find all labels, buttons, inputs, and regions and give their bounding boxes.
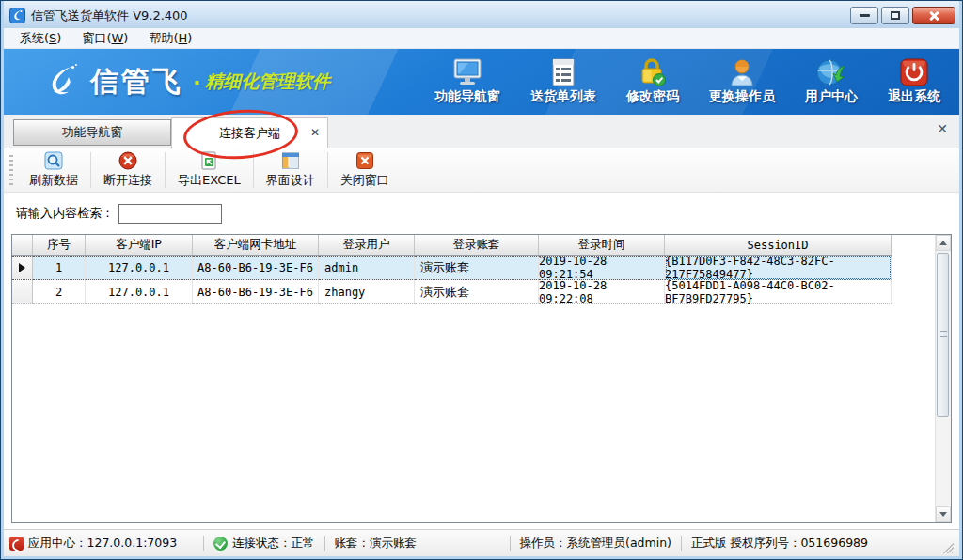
cell-session-id[interactable]: {B117D0F3-F842-48C3-82FC-217F75849477} [665,256,892,280]
table-filler [892,235,935,522]
user-icon [728,58,756,86]
banner-action-label: 送货单列表 [530,88,596,105]
app-window: 信管飞送货单软件 V9.2.400 系统(S) 窗口(W) 帮助(H) 信管飞 … [0,0,963,560]
window-controls [850,7,955,24]
header-session-id[interactable]: SessionID [665,235,892,255]
status-operator: 操作员：系统管理员(admin) [520,536,671,552]
tabstrip-close-icon[interactable]: ✕ [937,121,948,136]
ui-design-icon [281,151,300,170]
table-row[interactable]: 1 127.0.0.1 A8-60-B6-19-3E-F6 admin 演示账套… [12,256,892,280]
close-icon [928,11,939,21]
banner-action-label: 更换操作员 [709,88,775,105]
clients-table: 序号 客户端IP 客户端网卡地址 登录用户 登录账套 登录时间 SessionI… [11,234,952,523]
banner-action-delivery-list[interactable]: 送货单列表 [530,58,596,105]
cell-session-id[interactable]: {5014FDD1-A098-44C0-BC02-BF7B9FD27795} [665,280,892,304]
disconnect-button[interactable]: 断开连接 [91,149,165,191]
header-no[interactable]: 序号 [33,235,86,255]
current-row-icon [19,263,25,272]
brand-banner: 信管飞 · 精细化管理软件 功能导航窗 [4,49,959,115]
refresh-search-icon [44,151,63,170]
menu-bar: 系统(S) 窗口(W) 帮助(H) [4,28,959,49]
close-window-button[interactable]: 关闭窗口 [328,149,402,191]
banner-action-change-password[interactable]: 修改密码 [626,58,679,105]
export-excel-button[interactable]: 导出EXCEL [166,149,253,191]
row-selector-cell[interactable] [12,256,33,280]
content-panel: 刷新数据 断开连接 导出EXCEL [4,148,959,556]
cell-account-set[interactable]: 演示账套 [415,280,539,304]
resize-grip[interactable] [941,541,954,553]
cell-login-time[interactable]: 2019-10-28 09:22:08 [539,280,665,304]
export-excel-icon [199,151,218,170]
ui-design-button[interactable]: 界面设计 [254,149,327,191]
scrollbar-track[interactable] [936,251,951,506]
header-account-set[interactable]: 登录账套 [415,235,539,255]
power-icon [900,58,928,86]
minimize-icon [860,14,870,17]
lock-check-icon [638,58,668,86]
row-selector-cell[interactable] [12,280,33,304]
app-center-icon [9,537,24,551]
cell-mac[interactable]: A8-60-B6-19-3E-F6 [193,280,319,304]
menu-system[interactable]: 系统(S) [9,28,71,49]
table-header-row: 序号 客户端IP 客户端网卡地址 登录用户 登录账套 登录时间 SessionI… [12,235,892,256]
status-bar: 应用中心：127.0.0.1:7093 连接状态：正常 账套：演示账套 操作员：… [4,529,959,556]
header-row-selector[interactable] [12,235,33,255]
banner-action-nav-window[interactable]: 功能导航窗 [434,58,500,105]
scroll-up-button[interactable] [936,235,951,251]
scroll-down-button[interactable] [936,506,951,522]
close-window-icon [355,151,374,170]
status-account-set: 账套：演示账套 [335,536,418,552]
cell-client-ip[interactable]: 127.0.0.1 [86,280,193,304]
tab-strip: 功能导航窗 连接客户端 ✕ ✕ [4,115,959,148]
disconnect-icon [118,151,137,170]
status-separator [510,536,511,551]
tab-connected-clients[interactable]: 连接客户端 ✕ [171,117,328,148]
app-icon [9,8,25,23]
search-input[interactable] [118,204,222,224]
header-login-user[interactable]: 登录用户 [319,235,415,255]
connection-ok-icon [213,537,228,551]
banner-actions: 功能导航窗 送货单列表 [434,58,959,105]
header-login-time[interactable]: 登录时间 [539,235,665,255]
tab-nav-window[interactable]: 功能导航窗 [13,119,171,146]
cell-client-ip[interactable]: 127.0.0.1 [86,256,193,280]
status-separator [203,536,204,551]
brand-swoosh-icon [41,60,83,103]
cell-mac[interactable]: A8-60-B6-19-3E-F6 [193,256,319,280]
restore-button[interactable] [881,7,909,24]
vertical-scrollbar[interactable] [935,235,951,522]
brand-separator: · [193,70,200,94]
status-license: 正式版 授权序列号：051696989 [691,536,868,552]
banner-action-label: 退出系统 [888,88,940,105]
table-row[interactable]: 2 127.0.0.1 A8-60-B6-19-3E-F6 zhangy 演示账… [12,280,892,304]
menu-window[interactable]: 窗口(W) [71,28,138,49]
banner-action-label: 用户中心 [805,88,858,105]
title-bar: 信管飞送货单软件 V9.2.400 [4,1,959,28]
status-connection: 连接状态：正常 [213,536,315,552]
minimize-button[interactable] [850,7,878,24]
header-mac[interactable]: 客户端网卡地址 [193,235,319,255]
header-client-ip[interactable]: 客户端IP [86,235,193,255]
cell-account-set[interactable]: 演示账套 [415,256,539,280]
banner-action-switch-operator[interactable]: 更换操作员 [709,58,775,105]
window-title: 信管飞送货单软件 V9.2.400 [31,8,850,24]
brand-logo: 信管飞 · 精细化管理软件 [41,60,330,103]
scrollbar-thumb[interactable] [937,253,949,417]
banner-action-exit-system[interactable]: 退出系统 [888,58,940,105]
refresh-data-button[interactable]: 刷新数据 [17,149,90,191]
cell-login-user[interactable]: admin [319,256,415,280]
close-button[interactable] [912,7,955,24]
cell-no[interactable]: 1 [33,256,86,280]
cell-login-time[interactable]: 2019-10-28 09:21:54 [539,256,665,280]
cell-no[interactable]: 2 [33,280,86,304]
globe-icon [816,58,846,86]
status-separator [324,536,325,551]
restore-icon [891,11,900,20]
tab-close-icon[interactable]: ✕ [310,127,320,138]
banner-action-user-center[interactable]: 用户中心 [805,58,858,105]
banner-action-label: 功能导航窗 [434,88,500,105]
toolbar-grip [9,155,13,185]
status-separator [681,536,682,551]
cell-login-user[interactable]: zhangy [319,280,415,304]
menu-help[interactable]: 帮助(H) [138,28,202,49]
